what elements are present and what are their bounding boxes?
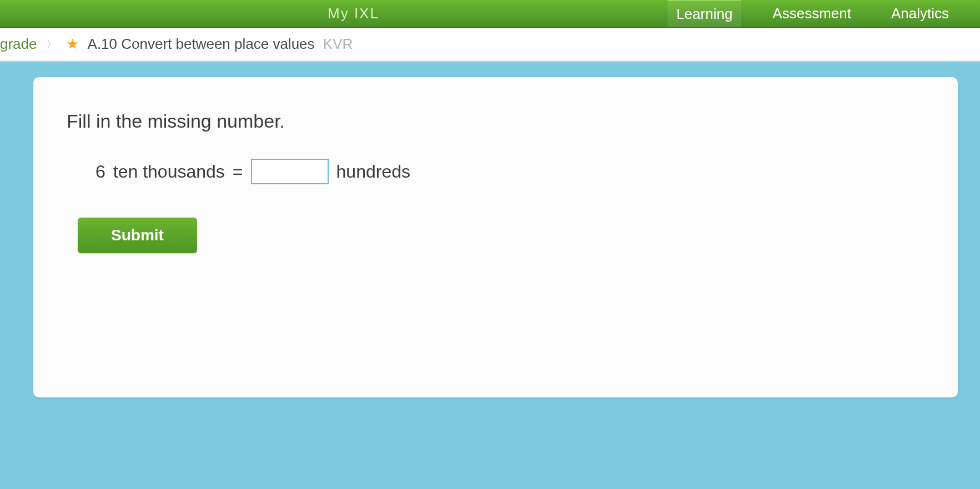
equation-row: 6 ten thousands = hundreds [96, 159, 924, 184]
nav-tab-analytics[interactable]: Analytics [882, 1, 958, 27]
nav-tab-assessment[interactable]: Assessment [763, 1, 860, 27]
skill-name: Convert between place values [121, 36, 314, 52]
brand-label: My IXL [328, 5, 379, 22]
answer-input[interactable] [251, 159, 329, 184]
breadcrumb-grade[interactable]: grade [0, 36, 37, 53]
nav-tab-learning[interactable]: Learning [667, 0, 741, 27]
star-icon[interactable]: ★ [66, 36, 79, 53]
top-nav: My IXL Learning Assessment Analytics [0, 0, 980, 28]
skill-title: A.10 Convert between place values KVR [88, 36, 353, 53]
chevron-right-icon: 〉 [46, 37, 57, 52]
right-unit: hundreds [336, 162, 410, 182]
left-unit: ten thousands [113, 162, 225, 182]
left-quantity: 6 [96, 162, 105, 182]
content-area: Fill in the missing number. 6 ten thousa… [0, 62, 980, 489]
question-card: Fill in the missing number. 6 ten thousa… [33, 77, 958, 397]
skill-number: A.10 [88, 36, 118, 52]
equals-sign: = [233, 162, 243, 182]
skill-code: KVR [323, 36, 353, 52]
breadcrumb: grade 〉 ★ A.10 Convert between place val… [0, 28, 980, 62]
submit-button[interactable]: Submit [78, 218, 197, 253]
question-prompt: Fill in the missing number. [67, 110, 924, 132]
